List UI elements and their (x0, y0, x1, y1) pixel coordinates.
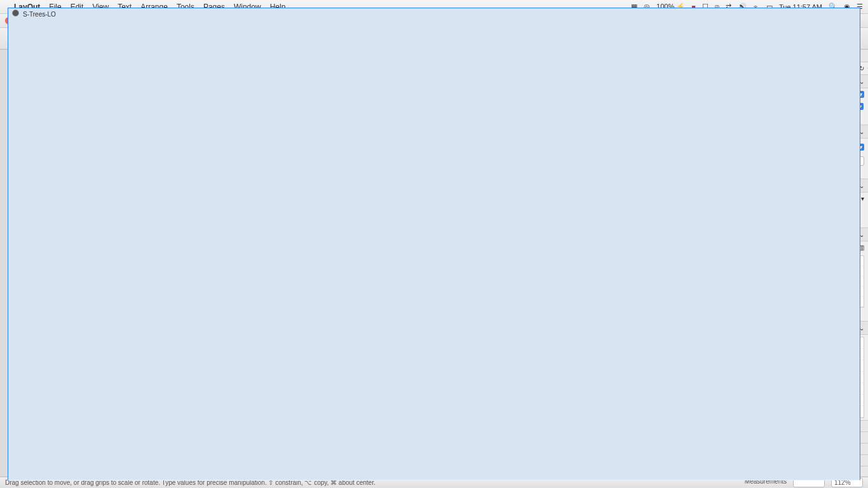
tags-list[interactable]: S-EntourageS-LabelsS-TerrainS-Terrain-No… (754, 337, 864, 418)
stepper-icon[interactable]: ▾ (861, 195, 864, 202)
inspector-panel: SketchUp Model 2020_Content_Site_v7_forL… (750, 50, 868, 477)
tag-item[interactable]: S-Trees-LO (750, 50, 860, 477)
